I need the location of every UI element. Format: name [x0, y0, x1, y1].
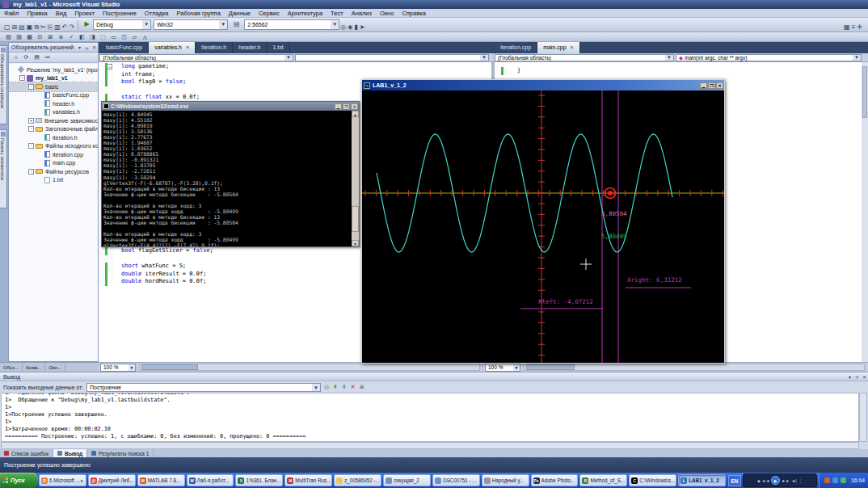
build-solution-icon[interactable]: ▧ — [4, 33, 13, 41]
pin-icon[interactable]: ┬ — [83, 43, 91, 53]
paste-icon[interactable]: ▥ — [54, 23, 61, 31]
chevron-down-icon[interactable]: ▼ — [142, 20, 150, 29]
tree-item-iteration.cpp[interactable]: iteration.cpp — [9, 150, 98, 159]
tree-item--[interactable]: -Заголовочные файлы — [9, 125, 98, 134]
menu-item-9[interactable]: Архитектура — [284, 9, 327, 18]
build-project-icon[interactable]: ▨ — [15, 33, 23, 41]
attach-icon[interactable]: ▤ — [231, 19, 242, 30]
close-icon[interactable]: ✕ — [716, 82, 723, 89]
chevron-down-icon[interactable]: ▼ — [219, 20, 227, 29]
opengl-plot-window[interactable]: ∿ LAB1_v_1_2 ▁ ❐ ✕ 5,805045,80499Xleft: … — [361, 79, 725, 364]
menu-item-1[interactable]: Правка — [23, 9, 51, 18]
menu-item-10[interactable]: Тест — [327, 9, 348, 18]
batch-build-icon[interactable]: ⊟ — [36, 33, 44, 41]
left-tab-header.h[interactable]: header.h — [233, 42, 267, 53]
right-tab-iteration.cpp[interactable]: iteration.cpp — [495, 42, 537, 53]
cut-icon[interactable]: ✂ — [40, 23, 46, 31]
horizontal-scrollbar-right[interactable] — [524, 364, 865, 371]
find-in-files-icon[interactable]: ◈ — [348, 23, 352, 31]
output-titlebar[interactable]: Вывод ▾ ┬ ✕ — [0, 372, 868, 381]
window-position-icon[interactable]: ▾ — [76, 43, 83, 53]
clear-all-icon[interactable]: ✕ — [350, 383, 356, 390]
next-message-icon[interactable]: ⇟ — [341, 383, 348, 390]
chevron-down-icon[interactable]: ▼ — [331, 20, 339, 29]
open-file-icon[interactable]: ▤ — [19, 23, 25, 31]
menu-item-6[interactable]: Рабочая группа — [173, 9, 225, 18]
menu-item-11[interactable]: Анализ — [348, 9, 376, 18]
tool-tab-error-list[interactable]: Список ошибок — [0, 449, 53, 457]
chevron-down-icon[interactable]: ▼ — [665, 55, 673, 61]
taskbar-button-MultiTran-Rus...[interactable]: MMultiTran Rus... — [284, 474, 332, 486]
command-window-icon[interactable]: ⬚ — [99, 33, 107, 41]
right-tab-main.cpp[interactable]: main.cpp× — [537, 42, 580, 53]
task-list-icon[interactable]: ▱ — [130, 33, 139, 41]
dock-tab-1[interactable]: Кома... — [23, 363, 45, 372]
bookmarks-icon[interactable]: ◬ — [141, 33, 150, 41]
refresh-icon[interactable]: ⟳ — [22, 53, 31, 61]
close-tab-icon[interactable]: × — [571, 42, 574, 53]
taskbar-button-DSC00751-...[interactable]: DSC00751 - ... — [432, 474, 480, 486]
navigate-forward-icon[interactable]: ➤ — [360, 23, 365, 31]
run-tests-icon[interactable]: ⊠ — [46, 33, 55, 41]
collapse-icon[interactable]: - — [28, 84, 34, 90]
sidebar-tab-1[interactable]: Панель элементов — [0, 129, 7, 208]
chevron-down-icon[interactable]: ▼ — [312, 384, 320, 391]
close-tab-icon[interactable]: × — [186, 42, 189, 53]
plot-titlebar[interactable]: ∿ LAB1_v_1_2 ▁ ❐ ✕ — [362, 80, 724, 90]
copy-icon[interactable]: ⎘ — [48, 23, 53, 31]
find-combo[interactable]: 2.56562▼ — [244, 19, 339, 30]
tree-item--[interactable]: -Файлы исходного кода — [9, 142, 98, 151]
taskbar-button-C-Windows-s...[interactable]: CC:\Windows\s... — [629, 474, 676, 486]
collapse-icon[interactable]: - — [28, 143, 34, 149]
language-indicator[interactable]: EN — [728, 475, 741, 486]
tree-item-iteration.h[interactable]: iteration.h — [9, 133, 98, 142]
left-tab-Iteration.h[interactable]: Iteration.h — [196, 42, 233, 53]
properties-window-icon[interactable]: ≡ — [852, 23, 856, 31]
dock-tab-0[interactable]: Обоз... — [0, 363, 23, 372]
tool-tab-find-results[interactable]: Результаты поиска 1 — [87, 449, 154, 457]
output-window-icon[interactable]: ▭ — [109, 33, 118, 41]
cmd-window[interactable]: C:\Windows\system32\cmd.exe ▁ ❐ ✕ masy[i… — [101, 101, 360, 247]
tree-item-basicFunc.cpp[interactable]: basicFunc.cpp — [9, 91, 98, 100]
home-icon[interactable]: ⌂ — [11, 53, 20, 61]
find-message-icon[interactable]: ◎ — [323, 383, 330, 390]
previous-track-icon[interactable]: ◄◄ — [761, 478, 769, 483]
play-icon[interactable]: ▶ — [771, 476, 780, 485]
expand-icon[interactable]: + — [28, 118, 34, 124]
new-project-icon[interactable]: ▢ — [4, 23, 11, 31]
taskbar-button--...[interactable]: @Дмитрий Леб... — [88, 474, 136, 486]
immediate-window-icon[interactable]: ◨ — [88, 33, 97, 41]
prev-message-icon[interactable]: ⇞ — [332, 383, 339, 390]
save-icon[interactable]: ▣ — [27, 23, 33, 31]
chevron-down-icon[interactable]: ▼ — [480, 55, 488, 61]
close-icon[interactable]: ✕ — [861, 374, 868, 380]
tree-item-my_lab1_v1[interactable]: -my_lab1_v1 — [9, 74, 98, 83]
taskbar-button--...[interactable]: WЛаб-я работ... — [187, 474, 234, 486]
taskbar-button-Method_of_S...[interactable]: BMethod_of_S... — [579, 474, 627, 486]
toggle-word-wrap-icon[interactable]: ≣ — [359, 383, 365, 390]
toolbox-icon[interactable]: ✛ — [857, 23, 862, 31]
pin-icon[interactable]: ┬ — [853, 374, 861, 379]
tree-item--[interactable]: +Внешние зависимости — [9, 116, 98, 125]
menu-item-12[interactable]: Окно — [376, 9, 398, 18]
left-tab-variables.h[interactable]: variables.h× — [149, 42, 196, 53]
scroll-up-icon[interactable]: ▲ — [352, 111, 359, 117]
undo-icon[interactable]: ↶ — [62, 23, 68, 31]
collapse-icon[interactable]: - — [19, 75, 25, 81]
collapse-icon[interactable]: - — [28, 169, 34, 175]
error-list-icon[interactable]: ◫ — [120, 33, 129, 41]
scroll-down-icon[interactable]: ▼ — [352, 240, 359, 246]
step-over-icon[interactable]: ✓ — [67, 33, 76, 41]
tree-item-basic[interactable]: -basic — [9, 82, 98, 91]
output-filter-combo[interactable]: Построение▼ — [86, 383, 321, 392]
console-scrollbar[interactable]: ▲ ▼ — [352, 111, 359, 246]
start-button[interactable]: Пуск — [0, 473, 38, 488]
taskbar-button-LAB1_v_1_2[interactable]: LLAB1_v_1_2 — [678, 474, 726, 486]
right-scope-combo[interactable]: (Глобальная область)▼ — [495, 54, 674, 61]
taskbar-button-6-Microsoft-...[interactable]: O6 Microsoft ...▾ — [39, 474, 86, 486]
sidebar-tab-0[interactable]: Обозреватель серверов — [0, 45, 7, 124]
taskbar-button-1-361.-...[interactable]: X1%361. Блан... — [235, 474, 283, 486]
show-all-files-icon[interactable]: ▤ — [32, 53, 41, 61]
left-tab-1.txt[interactable]: 1.txt — [267, 42, 289, 53]
next-track-icon[interactable]: ►► — [782, 478, 790, 483]
